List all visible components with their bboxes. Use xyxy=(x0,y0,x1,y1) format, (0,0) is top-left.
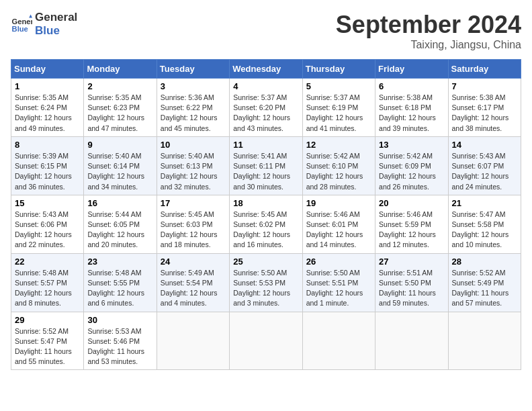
calendar-cell: 14Sunrise: 5:43 AM Sunset: 6:07 PM Dayli… xyxy=(448,136,521,195)
column-header-monday: Monday xyxy=(84,60,157,79)
svg-text:General: General xyxy=(12,17,32,26)
calendar-cell xyxy=(375,312,448,370)
calendar-cell: 29Sunrise: 5:52 AM Sunset: 5:47 PM Dayli… xyxy=(11,312,84,370)
day-number: 6 xyxy=(379,81,444,91)
day-number: 1 xyxy=(15,81,80,91)
day-info: Sunrise: 5:37 AM Sunset: 6:19 PM Dayligh… xyxy=(306,93,371,134)
day-number: 23 xyxy=(87,257,152,267)
calendar-cell: 7Sunrise: 5:38 AM Sunset: 6:17 PM Daylig… xyxy=(448,79,521,137)
day-number: 22 xyxy=(15,257,80,267)
day-number: 21 xyxy=(452,198,517,208)
day-info: Sunrise: 5:44 AM Sunset: 6:05 PM Dayligh… xyxy=(87,210,152,250)
calendar-cell xyxy=(448,312,521,370)
day-number: 26 xyxy=(306,257,371,267)
day-info: Sunrise: 5:38 AM Sunset: 6:17 PM Dayligh… xyxy=(452,93,517,134)
calendar-cell: 8Sunrise: 5:39 AM Sunset: 6:15 PM Daylig… xyxy=(11,136,84,195)
day-number: 15 xyxy=(15,198,80,208)
day-number: 20 xyxy=(379,198,444,208)
title-section: September 2024 Taixing, Jiangsu, China xyxy=(336,11,521,51)
day-number: 29 xyxy=(15,315,80,325)
day-number: 14 xyxy=(452,140,517,150)
day-number: 28 xyxy=(452,257,517,267)
calendar-cell xyxy=(230,312,302,370)
day-info: Sunrise: 5:53 AM Sunset: 5:46 PM Dayligh… xyxy=(87,326,152,367)
day-number: 11 xyxy=(233,140,298,150)
calendar-cell: 24Sunrise: 5:49 AM Sunset: 5:54 PM Dayli… xyxy=(157,253,229,312)
day-info: Sunrise: 5:50 AM Sunset: 5:53 PM Dayligh… xyxy=(233,268,298,309)
day-info: Sunrise: 5:38 AM Sunset: 6:18 PM Dayligh… xyxy=(379,93,444,134)
day-number: 12 xyxy=(306,140,371,150)
day-info: Sunrise: 5:48 AM Sunset: 5:57 PM Dayligh… xyxy=(15,268,80,309)
day-info: Sunrise: 5:35 AM Sunset: 6:23 PM Dayligh… xyxy=(87,93,152,134)
calendar-cell: 12Sunrise: 5:42 AM Sunset: 6:10 PM Dayli… xyxy=(302,136,375,195)
day-info: Sunrise: 5:42 AM Sunset: 6:10 PM Dayligh… xyxy=(306,151,371,192)
calendar-cell: 4Sunrise: 5:37 AM Sunset: 6:20 PM Daylig… xyxy=(230,79,302,137)
column-header-wednesday: Wednesday xyxy=(230,60,302,79)
calendar-cell: 22Sunrise: 5:48 AM Sunset: 5:57 PM Dayli… xyxy=(11,253,84,312)
day-number: 2 xyxy=(87,81,152,91)
calendar-cell: 11Sunrise: 5:41 AM Sunset: 6:11 PM Dayli… xyxy=(230,136,302,195)
column-header-sunday: Sunday xyxy=(11,60,84,79)
day-number: 9 xyxy=(87,140,152,150)
calendar-week-2: 8Sunrise: 5:39 AM Sunset: 6:15 PM Daylig… xyxy=(11,136,521,195)
calendar-cell: 17Sunrise: 5:45 AM Sunset: 6:03 PM Dayli… xyxy=(157,195,229,253)
day-number: 24 xyxy=(161,257,226,267)
calendar-cell: 16Sunrise: 5:44 AM Sunset: 6:05 PM Dayli… xyxy=(84,195,157,253)
calendar-cell: 15Sunrise: 5:43 AM Sunset: 6:06 PM Dayli… xyxy=(11,195,84,253)
svg-text:Blue: Blue xyxy=(12,26,28,34)
calendar-cell: 19Sunrise: 5:46 AM Sunset: 6:01 PM Dayli… xyxy=(302,195,375,253)
day-info: Sunrise: 5:47 AM Sunset: 5:58 PM Dayligh… xyxy=(452,210,517,250)
day-number: 30 xyxy=(87,315,152,325)
day-info: Sunrise: 5:39 AM Sunset: 6:15 PM Dayligh… xyxy=(15,151,80,192)
calendar-cell: 5Sunrise: 5:37 AM Sunset: 6:19 PM Daylig… xyxy=(302,79,375,137)
calendar-cell: 10Sunrise: 5:40 AM Sunset: 6:13 PM Dayli… xyxy=(157,136,229,195)
day-number: 17 xyxy=(161,198,226,208)
day-info: Sunrise: 5:46 AM Sunset: 5:59 PM Dayligh… xyxy=(379,210,444,250)
day-info: Sunrise: 5:52 AM Sunset: 5:49 PM Dayligh… xyxy=(452,268,517,309)
calendar-cell: 26Sunrise: 5:50 AM Sunset: 5:51 PM Dayli… xyxy=(302,253,375,312)
calendar-cell: 28Sunrise: 5:52 AM Sunset: 5:49 PM Dayli… xyxy=(448,253,521,312)
calendar-cell: 21Sunrise: 5:47 AM Sunset: 5:58 PM Dayli… xyxy=(448,195,521,253)
column-header-thursday: Thursday xyxy=(302,60,375,79)
day-info: Sunrise: 5:43 AM Sunset: 6:06 PM Dayligh… xyxy=(15,210,80,250)
day-number: 3 xyxy=(161,81,226,91)
calendar-week-1: 1Sunrise: 5:35 AM Sunset: 6:24 PM Daylig… xyxy=(11,79,521,137)
day-info: Sunrise: 5:48 AM Sunset: 5:55 PM Dayligh… xyxy=(87,268,152,309)
page-header: General Blue General Blue September 2024… xyxy=(11,11,521,51)
calendar-week-4: 22Sunrise: 5:48 AM Sunset: 5:57 PM Dayli… xyxy=(11,253,521,312)
day-number: 8 xyxy=(15,140,80,150)
calendar-cell: 9Sunrise: 5:40 AM Sunset: 6:14 PM Daylig… xyxy=(84,136,157,195)
day-info: Sunrise: 5:51 AM Sunset: 5:50 PM Dayligh… xyxy=(379,268,444,309)
calendar-header-row: SundayMondayTuesdayWednesdayThursdayFrid… xyxy=(11,60,521,79)
day-number: 13 xyxy=(379,140,444,150)
calendar-cell: 1Sunrise: 5:35 AM Sunset: 6:24 PM Daylig… xyxy=(11,79,84,137)
calendar-table: SundayMondayTuesdayWednesdayThursdayFrid… xyxy=(11,59,521,370)
day-info: Sunrise: 5:40 AM Sunset: 6:14 PM Dayligh… xyxy=(87,151,152,192)
day-info: Sunrise: 5:36 AM Sunset: 6:22 PM Dayligh… xyxy=(161,93,226,134)
month-title: September 2024 xyxy=(336,11,521,39)
day-number: 19 xyxy=(306,198,371,208)
calendar-cell: 18Sunrise: 5:45 AM Sunset: 6:02 PM Dayli… xyxy=(230,195,302,253)
day-info: Sunrise: 5:50 AM Sunset: 5:51 PM Dayligh… xyxy=(306,268,371,309)
calendar-cell xyxy=(302,312,375,370)
day-info: Sunrise: 5:41 AM Sunset: 6:11 PM Dayligh… xyxy=(233,151,298,192)
day-info: Sunrise: 5:45 AM Sunset: 6:02 PM Dayligh… xyxy=(233,210,298,250)
day-number: 4 xyxy=(233,81,298,91)
logo-icon: General Blue xyxy=(11,13,32,35)
day-number: 25 xyxy=(233,257,298,267)
day-info: Sunrise: 5:40 AM Sunset: 6:13 PM Dayligh… xyxy=(161,151,226,192)
day-info: Sunrise: 5:42 AM Sunset: 6:09 PM Dayligh… xyxy=(379,151,444,192)
logo: General Blue General Blue xyxy=(11,11,77,38)
calendar-week-5: 29Sunrise: 5:52 AM Sunset: 5:47 PM Dayli… xyxy=(11,312,521,370)
calendar-cell: 20Sunrise: 5:46 AM Sunset: 5:59 PM Dayli… xyxy=(375,195,448,253)
day-info: Sunrise: 5:45 AM Sunset: 6:03 PM Dayligh… xyxy=(161,210,226,250)
day-info: Sunrise: 5:37 AM Sunset: 6:20 PM Dayligh… xyxy=(233,93,298,134)
calendar-cell: 13Sunrise: 5:42 AM Sunset: 6:09 PM Dayli… xyxy=(375,136,448,195)
calendar-cell: 2Sunrise: 5:35 AM Sunset: 6:23 PM Daylig… xyxy=(84,79,157,137)
day-number: 5 xyxy=(306,81,371,91)
calendar-cell: 23Sunrise: 5:48 AM Sunset: 5:55 PM Dayli… xyxy=(84,253,157,312)
day-info: Sunrise: 5:52 AM Sunset: 5:47 PM Dayligh… xyxy=(15,326,80,367)
day-number: 7 xyxy=(452,81,517,91)
day-info: Sunrise: 5:35 AM Sunset: 6:24 PM Dayligh… xyxy=(15,93,80,134)
calendar-cell: 27Sunrise: 5:51 AM Sunset: 5:50 PM Dayli… xyxy=(375,253,448,312)
